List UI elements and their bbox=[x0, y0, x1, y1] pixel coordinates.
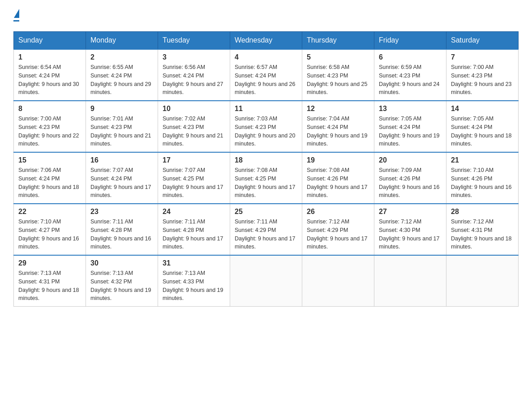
sunset-label: Sunset: 4:23 PM bbox=[379, 73, 420, 79]
day-number: 11 bbox=[235, 105, 297, 113]
table-row: 16 Sunrise: 7:07 AM Sunset: 4:24 PM Dayl… bbox=[86, 152, 158, 204]
day-number: 22 bbox=[18, 208, 81, 216]
daylight-label: Daylight: 9 hours and 17 minutes. bbox=[90, 184, 151, 199]
day-info: Sunrise: 7:11 AM Sunset: 4:29 PM Dayligh… bbox=[235, 218, 297, 251]
day-info: Sunrise: 6:59 AM Sunset: 4:23 PM Dayligh… bbox=[379, 63, 442, 97]
table-row: 27 Sunrise: 7:12 AM Sunset: 4:30 PM Dayl… bbox=[374, 204, 446, 255]
col-saturday: Saturday bbox=[446, 32, 519, 50]
table-row: 9 Sunrise: 7:01 AM Sunset: 4:23 PM Dayli… bbox=[86, 101, 158, 152]
day-number: 9 bbox=[90, 105, 153, 113]
sunrise-label: Sunrise: 7:04 AM bbox=[307, 116, 349, 122]
table-row: 12 Sunrise: 7:04 AM Sunset: 4:24 PM Dayl… bbox=[302, 101, 374, 152]
sunrise-label: Sunrise: 7:00 AM bbox=[18, 116, 61, 122]
calendar-table: Sunday Monday Tuesday Wednesday Thursday… bbox=[13, 31, 519, 307]
day-info: Sunrise: 7:08 AM Sunset: 4:26 PM Dayligh… bbox=[307, 166, 369, 200]
day-info: Sunrise: 7:00 AM Sunset: 4:23 PM Dayligh… bbox=[18, 115, 81, 148]
sunrise-label: Sunrise: 7:11 AM bbox=[90, 218, 133, 225]
col-sunday: Sunday bbox=[14, 32, 86, 50]
table-row: 18 Sunrise: 7:08 AM Sunset: 4:25 PM Dayl… bbox=[230, 152, 302, 204]
day-number: 29 bbox=[18, 259, 81, 267]
sunrise-label: Sunrise: 7:10 AM bbox=[451, 167, 493, 173]
table-row: 4 Sunrise: 6:57 AM Sunset: 4:24 PM Dayli… bbox=[230, 49, 302, 101]
sunrise-label: Sunrise: 7:07 AM bbox=[163, 167, 205, 173]
sunset-label: Sunset: 4:28 PM bbox=[90, 227, 132, 233]
sunset-label: Sunset: 4:23 PM bbox=[18, 124, 60, 130]
logo bbox=[13, 9, 19, 22]
table-row: 29 Sunrise: 7:13 AM Sunset: 4:31 PM Dayl… bbox=[14, 255, 86, 307]
sunrise-label: Sunrise: 6:59 AM bbox=[379, 64, 421, 70]
daylight-label: Daylight: 9 hours and 16 minutes. bbox=[451, 184, 512, 199]
table-row bbox=[302, 255, 374, 307]
table-row: 8 Sunrise: 7:00 AM Sunset: 4:23 PM Dayli… bbox=[14, 101, 86, 152]
day-number: 19 bbox=[307, 156, 369, 164]
day-info: Sunrise: 7:13 AM Sunset: 4:33 PM Dayligh… bbox=[163, 269, 225, 303]
sunrise-label: Sunrise: 6:58 AM bbox=[307, 64, 349, 70]
day-info: Sunrise: 7:00 AM Sunset: 4:23 PM Dayligh… bbox=[451, 63, 514, 97]
sunset-label: Sunset: 4:23 PM bbox=[451, 73, 492, 79]
day-number: 16 bbox=[90, 156, 153, 164]
day-info: Sunrise: 7:10 AM Sunset: 4:26 PM Dayligh… bbox=[451, 166, 514, 200]
table-row: 7 Sunrise: 7:00 AM Sunset: 4:23 PM Dayli… bbox=[446, 49, 519, 101]
day-number: 26 bbox=[307, 208, 369, 216]
day-number: 3 bbox=[163, 53, 225, 61]
day-info: Sunrise: 7:07 AM Sunset: 4:25 PM Dayligh… bbox=[163, 166, 225, 200]
sunrise-label: Sunrise: 7:08 AM bbox=[307, 167, 349, 173]
day-number: 25 bbox=[235, 208, 297, 216]
day-number: 23 bbox=[90, 208, 153, 216]
day-info: Sunrise: 7:11 AM Sunset: 4:28 PM Dayligh… bbox=[163, 218, 225, 251]
daylight-label: Daylight: 9 hours and 17 minutes. bbox=[235, 184, 296, 199]
daylight-label: Daylight: 9 hours and 29 minutes. bbox=[90, 81, 151, 96]
sunset-label: Sunset: 4:32 PM bbox=[90, 278, 132, 285]
day-info: Sunrise: 7:07 AM Sunset: 4:24 PM Dayligh… bbox=[90, 166, 153, 200]
daylight-label: Daylight: 9 hours and 18 minutes. bbox=[18, 287, 79, 302]
sunset-label: Sunset: 4:23 PM bbox=[235, 124, 276, 130]
day-info: Sunrise: 7:12 AM Sunset: 4:31 PM Dayligh… bbox=[451, 218, 514, 251]
day-info: Sunrise: 6:55 AM Sunset: 4:24 PM Dayligh… bbox=[90, 63, 153, 97]
day-number: 14 bbox=[451, 105, 514, 113]
day-number: 10 bbox=[163, 105, 225, 113]
day-info: Sunrise: 7:12 AM Sunset: 4:29 PM Dayligh… bbox=[307, 218, 369, 251]
sunset-label: Sunset: 4:24 PM bbox=[307, 124, 348, 130]
day-number: 6 bbox=[379, 53, 442, 61]
sunrise-label: Sunrise: 7:13 AM bbox=[18, 270, 61, 276]
day-number: 30 bbox=[90, 259, 153, 267]
sunrise-label: Sunrise: 7:11 AM bbox=[163, 218, 205, 225]
sunset-label: Sunset: 4:25 PM bbox=[163, 176, 204, 182]
table-row: 2 Sunrise: 6:55 AM Sunset: 4:24 PM Dayli… bbox=[86, 49, 158, 101]
sunset-label: Sunset: 4:24 PM bbox=[18, 176, 60, 182]
day-number: 18 bbox=[235, 156, 297, 164]
sunrise-label: Sunrise: 7:03 AM bbox=[235, 116, 277, 122]
sunset-label: Sunset: 4:31 PM bbox=[18, 278, 60, 285]
daylight-label: Daylight: 9 hours and 16 minutes. bbox=[379, 184, 440, 199]
table-row: 11 Sunrise: 7:03 AM Sunset: 4:23 PM Dayl… bbox=[230, 101, 302, 152]
day-info: Sunrise: 7:04 AM Sunset: 4:24 PM Dayligh… bbox=[307, 115, 369, 148]
daylight-label: Daylight: 9 hours and 17 minutes. bbox=[163, 184, 223, 199]
sunrise-label: Sunrise: 7:08 AM bbox=[235, 167, 277, 173]
table-row: 3 Sunrise: 6:56 AM Sunset: 4:24 PM Dayli… bbox=[158, 49, 230, 101]
calendar-week-row: 22 Sunrise: 7:10 AM Sunset: 4:27 PM Dayl… bbox=[14, 204, 519, 255]
sunrise-label: Sunrise: 7:11 AM bbox=[235, 218, 277, 225]
day-number: 8 bbox=[18, 105, 81, 113]
day-info: Sunrise: 7:01 AM Sunset: 4:23 PM Dayligh… bbox=[90, 115, 153, 148]
table-row: 24 Sunrise: 7:11 AM Sunset: 4:28 PM Dayl… bbox=[158, 204, 230, 255]
daylight-label: Daylight: 9 hours and 17 minutes. bbox=[307, 184, 368, 199]
table-row: 19 Sunrise: 7:08 AM Sunset: 4:26 PM Dayl… bbox=[302, 152, 374, 204]
col-tuesday: Tuesday bbox=[158, 32, 230, 50]
calendar-week-row: 8 Sunrise: 7:00 AM Sunset: 4:23 PM Dayli… bbox=[14, 101, 519, 152]
sunrise-label: Sunrise: 7:13 AM bbox=[163, 270, 205, 276]
day-number: 31 bbox=[163, 259, 225, 267]
table-row: 28 Sunrise: 7:12 AM Sunset: 4:31 PM Dayl… bbox=[446, 204, 519, 255]
daylight-label: Daylight: 9 hours and 18 minutes. bbox=[451, 235, 512, 250]
sunset-label: Sunset: 4:23 PM bbox=[90, 124, 132, 130]
col-thursday: Thursday bbox=[302, 32, 374, 50]
table-row: 1 Sunrise: 6:54 AM Sunset: 4:24 PM Dayli… bbox=[14, 49, 86, 101]
daylight-label: Daylight: 9 hours and 16 minutes. bbox=[18, 235, 79, 250]
sunrise-label: Sunrise: 7:13 AM bbox=[90, 270, 133, 276]
day-info: Sunrise: 7:05 AM Sunset: 4:24 PM Dayligh… bbox=[451, 115, 514, 148]
sunrise-label: Sunrise: 7:02 AM bbox=[163, 116, 205, 122]
day-number: 13 bbox=[379, 105, 442, 113]
day-number: 7 bbox=[451, 53, 514, 61]
sunset-label: Sunset: 4:30 PM bbox=[379, 227, 420, 233]
day-info: Sunrise: 7:09 AM Sunset: 4:26 PM Dayligh… bbox=[379, 166, 442, 200]
calendar-week-row: 29 Sunrise: 7:13 AM Sunset: 4:31 PM Dayl… bbox=[14, 255, 519, 307]
